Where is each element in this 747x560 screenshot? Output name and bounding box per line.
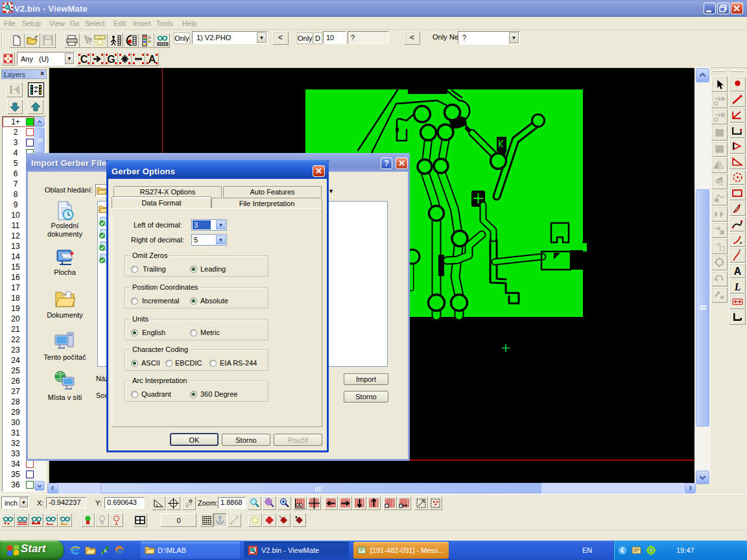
svg-text:C: C — [80, 54, 88, 65]
svg-text:G: G — [107, 54, 115, 65]
svg-text:A: A — [734, 266, 741, 277]
svg-text:A: A — [148, 54, 156, 65]
svg-text:L: L — [104, 548, 108, 554]
svg-text:L: L — [734, 281, 741, 292]
